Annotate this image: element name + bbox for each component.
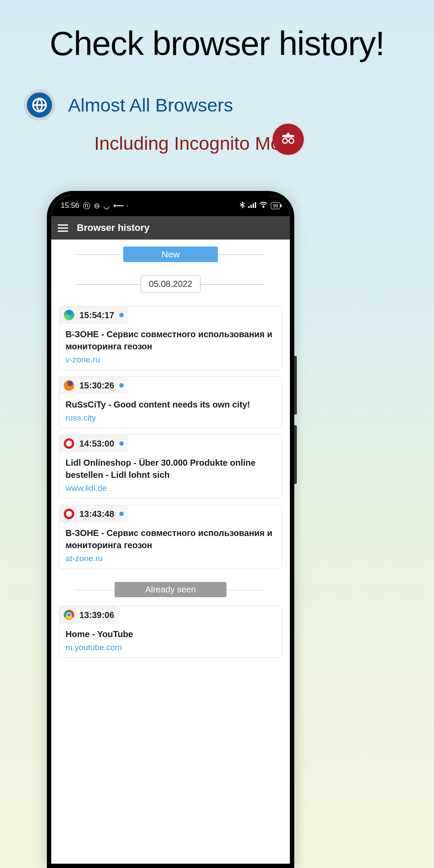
- status-time: 15:56: [61, 201, 79, 210]
- new-badge: New: [123, 247, 218, 262]
- feature-incognito-text: Including Incognito Mode: [94, 133, 302, 154]
- menu-icon[interactable]: [58, 224, 68, 232]
- svg-point-10: [263, 207, 264, 207]
- opera-icon: [64, 509, 74, 519]
- status-icon: ⟵: [113, 201, 124, 210]
- phone-button: [294, 425, 297, 484]
- history-time: 15:30:26: [79, 381, 114, 391]
- date-separator: 05.08.2022: [76, 275, 265, 293]
- status-icon: ⊖: [94, 201, 100, 210]
- svg-rect-6: [248, 206, 250, 208]
- unread-dot: [119, 313, 124, 317]
- history-url[interactable]: www.lidl.de: [66, 483, 276, 493]
- unread-dot: [119, 441, 124, 446]
- history-time: 13:43:48: [79, 509, 114, 519]
- history-url[interactable]: at-zone.ru: [66, 554, 276, 563]
- feature-incognito-row: Including Incognito Mode: [0, 133, 302, 154]
- status-icon: ◡: [103, 201, 110, 210]
- edge-icon: [64, 310, 74, 320]
- app-bar: Browser history: [51, 216, 290, 240]
- battery-icon: 99: [271, 202, 280, 209]
- history-item[interactable]: 15:54:17 B-ЗОНЕ - Сервис совместного исп…: [59, 306, 282, 370]
- status-dot: •: [127, 204, 128, 208]
- history-item[interactable]: 14:53:00 Lidl Onlineshop - Über 30.000 P…: [59, 434, 282, 499]
- app-title: Browser history: [77, 222, 150, 233]
- already-separator: Already seen: [76, 582, 265, 597]
- date-badge: 05.08.2022: [141, 275, 201, 293]
- opera-icon: [64, 438, 74, 449]
- history-title: Lidl Onlineshop - Über 30.000 Produkte o…: [66, 457, 276, 481]
- page-headline: Check browser history!: [0, 0, 434, 63]
- globe-icon: [24, 89, 55, 121]
- svg-rect-9: [255, 202, 256, 208]
- history-item[interactable]: 13:43:48 B-ЗОНЕ - Сервис совместного исп…: [59, 505, 282, 569]
- already-badge: Already seen: [115, 582, 227, 597]
- svg-point-2: [282, 135, 294, 138]
- phone-frame: 15:56 ⓝ ⊖ ◡ ⟵ • 99: [47, 191, 294, 868]
- history-item[interactable]: 15:30:26 RuSsCiTy - Good content needs i…: [59, 376, 282, 428]
- history-item[interactable]: 13:39:06 Home - YouTube m.youtube.com: [59, 606, 282, 658]
- svg-point-3: [283, 138, 287, 143]
- history-time: 13:39:06: [79, 610, 114, 620]
- history-time: 15:54:17: [79, 310, 114, 320]
- history-content: New 05.08.2022 15:54:17 B-ЗОНЕ - Сервис …: [51, 240, 290, 669]
- wifi-icon: [260, 201, 267, 210]
- unread-dot: [119, 383, 124, 388]
- history-url[interactable]: v-zone.ru: [66, 355, 276, 365]
- history-title: B-ЗОНЕ - Сервис совместного использовани…: [66, 527, 276, 551]
- chrome-icon: [64, 610, 74, 620]
- feature-browsers-row: Almost All Browsers: [24, 89, 434, 121]
- status-bar: 15:56 ⓝ ⊖ ◡ ⟵ • 99: [51, 195, 290, 216]
- nfc-icon: ⓝ: [83, 201, 90, 211]
- feature-browsers-text: Almost All Browsers: [68, 95, 233, 116]
- phone-button: [294, 356, 297, 414]
- unread-dot: [119, 512, 124, 516]
- history-url[interactable]: m.youtube.com: [66, 643, 276, 652]
- firefox-icon: [64, 380, 74, 391]
- svg-point-4: [289, 138, 294, 143]
- history-title: B-ЗОНЕ - Сервис совместного использовани…: [66, 328, 276, 352]
- history-title: Home - YouTube: [66, 628, 276, 640]
- signal-icon: [248, 201, 256, 210]
- svg-rect-8: [253, 204, 254, 208]
- new-separator: New: [76, 247, 265, 262]
- svg-rect-7: [250, 205, 252, 208]
- history-url[interactable]: russ.city: [66, 413, 276, 423]
- history-time: 14:53:00: [79, 439, 114, 449]
- phone-screen: 15:56 ⓝ ⊖ ◡ ⟵ • 99: [51, 195, 290, 864]
- incognito-icon: [273, 124, 304, 155]
- history-title: RuSsCiTy - Good content needs its own ci…: [66, 398, 276, 411]
- bluetooth-icon: [240, 201, 245, 210]
